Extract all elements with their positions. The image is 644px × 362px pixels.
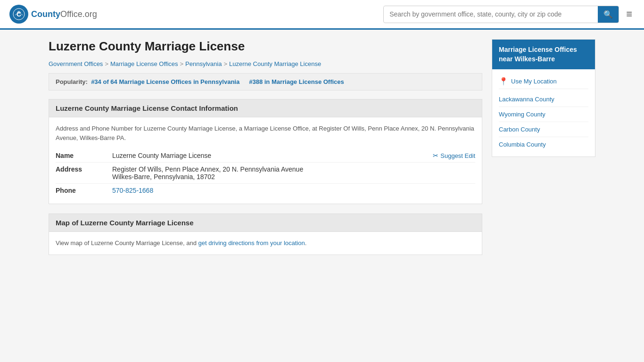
popularity-label: Popularity: #34 of 64 Marriage License O… bbox=[56, 78, 239, 85]
name-row: Name Luzerne County Marriage License ✂ S… bbox=[56, 149, 475, 163]
search-button[interactable]: 🔍 bbox=[598, 6, 619, 23]
phone-label: Phone bbox=[56, 187, 112, 194]
use-location-label: Use My Location bbox=[511, 78, 557, 85]
breadcrumb-link-marriage-license-offices[interactable]: Marriage License Offices bbox=[110, 60, 178, 67]
contact-section: Luzerne County Marriage License Contact … bbox=[49, 99, 482, 204]
phone-link[interactable]: 570-825-1668 bbox=[112, 187, 153, 194]
suggest-edit-icon: ✂ bbox=[433, 152, 438, 159]
logo-icon: C bbox=[9, 5, 28, 24]
address-value: Register Of Wills, Penn Place Annex, 20 … bbox=[112, 165, 475, 181]
logo-text: CountyOffice.org bbox=[31, 9, 97, 19]
name-value-row: Luzerne County Marriage License ✂ Sugges… bbox=[112, 152, 475, 159]
map-desc-suffix: . bbox=[305, 239, 307, 247]
map-desc-prefix: View map of Luzerne County Marriage Lice… bbox=[56, 239, 198, 247]
address-label: Address bbox=[56, 165, 112, 173]
breadcrumb: Government Offices > Marriage License Of… bbox=[49, 60, 482, 67]
map-section-header: Map of Luzerne County Marriage License bbox=[49, 214, 482, 232]
popularity-national: #388 in Marriage License Offices bbox=[249, 78, 344, 85]
page-title: Luzerne County Marriage License bbox=[49, 39, 482, 54]
search-bar: 🔍 bbox=[383, 6, 619, 23]
sidebar-link-lackawanna[interactable]: Lackawanna County bbox=[499, 92, 588, 107]
location-pin-icon: 📍 bbox=[499, 77, 508, 86]
breadcrumb-link-government-offices[interactable]: Government Offices bbox=[49, 60, 103, 67]
sidebar-box: Marriage License Offices near Wilkes-Bar… bbox=[492, 39, 595, 157]
suggest-edit-link[interactable]: ✂ Suggest Edit bbox=[433, 152, 475, 159]
breadcrumb-sep-1: > bbox=[105, 60, 108, 67]
contact-description: Address and Phone Number for Luzerne Cou… bbox=[56, 124, 475, 142]
sidebar: Marriage License Offices near Wilkes-Bar… bbox=[492, 39, 595, 264]
address-row: Address Register Of Wills, Penn Place An… bbox=[56, 163, 475, 184]
use-my-location-link[interactable]: 📍 Use My Location bbox=[499, 74, 588, 89]
breadcrumb-sep-3: > bbox=[223, 60, 227, 67]
directions-link[interactable]: get driving directions from your locatio… bbox=[198, 239, 305, 247]
sidebar-link-carbon[interactable]: Carbon County bbox=[499, 122, 588, 137]
main-container: Luzerne County Marriage License Governme… bbox=[39, 30, 605, 274]
suggest-edit-label: Suggest Edit bbox=[440, 152, 475, 159]
address-line2: Wilkes-Barre, Pennsylvania, 18702 bbox=[112, 173, 475, 181]
breadcrumb-sep-2: > bbox=[180, 60, 184, 67]
sidebar-link-columbia[interactable]: Columbia County bbox=[499, 137, 588, 152]
breadcrumb-link-luzerne[interactable]: Luzerne County Marriage License bbox=[229, 60, 321, 67]
name-label: Name bbox=[56, 152, 112, 159]
header-right: 🔍 ≡ bbox=[383, 6, 635, 23]
address-line1: Register Of Wills, Penn Place Annex, 20 … bbox=[112, 165, 475, 173]
popularity-bar: Popularity: #34 of 64 Marriage License O… bbox=[49, 73, 482, 90]
map-section: Map of Luzerne County Marriage License V… bbox=[49, 214, 482, 255]
phone-row: Phone 570-825-1668 bbox=[56, 184, 475, 197]
sidebar-link-wyoming[interactable]: Wyoming County bbox=[499, 107, 588, 122]
name-value: Luzerne County Marriage License bbox=[112, 152, 433, 159]
contact-section-body: Address and Phone Number for Luzerne Cou… bbox=[49, 117, 482, 204]
map-description: View map of Luzerne County Marriage Lice… bbox=[56, 239, 475, 248]
hamburger-menu-icon[interactable]: ≡ bbox=[624, 6, 635, 23]
content-area: Luzerne County Marriage License Governme… bbox=[49, 39, 482, 264]
search-input[interactable] bbox=[384, 7, 598, 22]
sidebar-header: Marriage License Offices near Wilkes-Bar… bbox=[492, 40, 595, 69]
phone-value: 570-825-1668 bbox=[112, 187, 475, 194]
contact-section-header: Luzerne County Marriage License Contact … bbox=[49, 99, 482, 117]
site-header: C CountyOffice.org 🔍 ≡ bbox=[0, 0, 644, 30]
map-section-body: View map of Luzerne County Marriage Lice… bbox=[49, 232, 482, 255]
logo-area: C CountyOffice.org bbox=[9, 5, 97, 24]
breadcrumb-link-pennsylvania[interactable]: Pennsylvania bbox=[185, 60, 222, 67]
sidebar-body: 📍 Use My Location Lackawanna County Wyom… bbox=[492, 69, 595, 156]
